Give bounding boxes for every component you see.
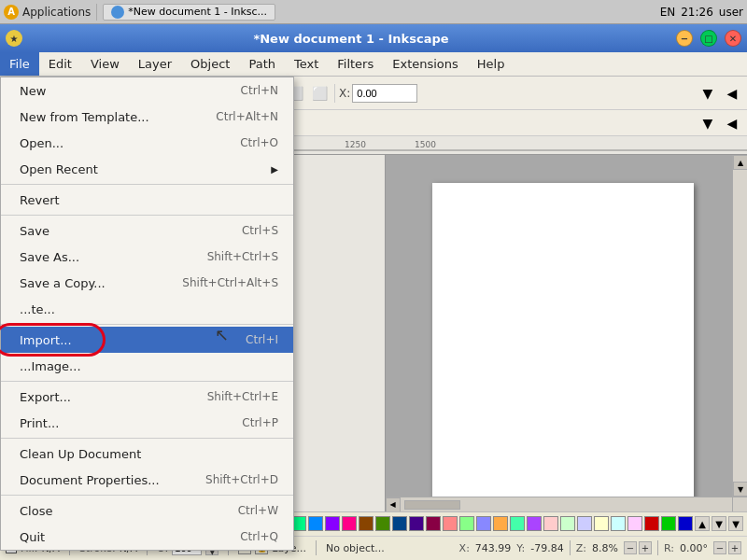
scroll-thumb-h[interactable] bbox=[404, 500, 460, 510]
menu-help[interactable]: Help bbox=[468, 52, 514, 76]
canvas[interactable] bbox=[386, 155, 733, 497]
more-options-btn[interactable]: ▼ bbox=[697, 82, 719, 105]
menu-close[interactable]: Close Ctrl+W bbox=[1, 497, 293, 524]
menu-open-shortcut: Ctrl+O bbox=[240, 136, 278, 149]
menu-text[interactable]: Text bbox=[285, 52, 328, 76]
menu-sep-1 bbox=[1, 184, 293, 185]
scroll-left-button[interactable]: ◀ bbox=[386, 497, 401, 512]
color-rose[interactable] bbox=[342, 516, 357, 531]
toolbar-toggle-btn[interactable]: ◀ bbox=[721, 82, 743, 105]
menu-save-shortcut: Ctrl+S bbox=[242, 224, 278, 237]
taskbar-app-area[interactable]: A Applications bbox=[4, 5, 91, 20]
rotate-ccw[interactable]: − bbox=[713, 541, 726, 554]
color-brown[interactable] bbox=[359, 516, 374, 531]
menu-file[interactable]: File bbox=[0, 52, 39, 76]
menu-export-template[interactable]: ...te... bbox=[1, 296, 293, 322]
color-purple[interactable] bbox=[409, 516, 424, 531]
color-darkred[interactable] bbox=[644, 516, 659, 531]
menu-path[interactable]: Path bbox=[239, 52, 285, 76]
color-seafoam[interactable] bbox=[510, 516, 525, 531]
taskbar-window-button[interactable]: *New document 1 - Inksc... bbox=[103, 4, 275, 21]
color-lightyellow[interactable] bbox=[594, 516, 609, 531]
menu-import-label: Import... bbox=[20, 333, 246, 347]
menu-new-from-template-shortcut: Ctrl+Alt+N bbox=[216, 110, 278, 123]
color-salmon[interactable] bbox=[443, 516, 458, 531]
color-peach[interactable] bbox=[493, 516, 508, 531]
palette-menu[interactable]: ▼ bbox=[728, 516, 743, 531]
menu-new-from-template[interactable]: New from Template... Ctrl+Alt+N bbox=[1, 104, 293, 130]
lang-indicator: EN bbox=[660, 6, 676, 19]
canvas-area-container: ▲ ▼ ◀ bbox=[386, 155, 748, 511]
color-lightblue[interactable] bbox=[577, 516, 592, 531]
menu-new-label: New bbox=[20, 84, 241, 98]
titlebar-icon: ★ bbox=[6, 30, 22, 47]
menu-print-label: Print... bbox=[20, 416, 242, 430]
menu-filters[interactable]: Filters bbox=[328, 52, 383, 76]
object-info: No object... bbox=[326, 542, 385, 554]
menu-revert[interactable]: Revert bbox=[1, 187, 293, 213]
horizontal-scrollbar[interactable]: ◀ bbox=[386, 497, 733, 511]
menu-print[interactable]: Print... Ctrl+P bbox=[1, 410, 293, 436]
window-label: *New document 1 - Inksc... bbox=[128, 6, 267, 18]
color-darkblue[interactable] bbox=[678, 516, 693, 531]
color-periwinkle[interactable] bbox=[476, 516, 491, 531]
color-darkgreen[interactable] bbox=[661, 516, 676, 531]
menu-object[interactable]: Object bbox=[181, 52, 239, 76]
close-button[interactable]: ✕ bbox=[725, 30, 741, 47]
color-lightgreen[interactable] bbox=[560, 516, 575, 531]
palette-scroll-up[interactable]: ▲ bbox=[695, 516, 710, 531]
color-lightcyan[interactable] bbox=[611, 516, 626, 531]
toolbar-separator-3 bbox=[334, 84, 335, 103]
zoom-in-status[interactable]: + bbox=[639, 541, 652, 554]
color-lightpink[interactable] bbox=[627, 516, 642, 531]
color-pink[interactable] bbox=[543, 516, 558, 531]
menu-sep-4 bbox=[1, 381, 293, 382]
info-sep-5 bbox=[570, 540, 571, 555]
zoom-out-status[interactable]: − bbox=[624, 541, 637, 554]
palette-scroll-down[interactable]: ▼ bbox=[712, 516, 726, 531]
x-coord-label: X: bbox=[339, 87, 350, 100]
menu-open-recent[interactable]: Open Recent ▶ bbox=[1, 156, 293, 182]
minimize-button[interactable]: − bbox=[676, 30, 693, 47]
menu-save-copy[interactable]: Save a Copy... Shift+Ctrl+Alt+S bbox=[1, 270, 293, 296]
scroll-up-button[interactable]: ▲ bbox=[733, 155, 747, 170]
menu-new[interactable]: New Ctrl+N bbox=[1, 77, 293, 104]
menu-export[interactable]: Export... Shift+Ctrl+E bbox=[1, 384, 293, 410]
snap-extra-btn[interactable]: ▼ bbox=[697, 112, 719, 134]
info-sep-4 bbox=[316, 540, 317, 555]
zoom-label: Z: bbox=[576, 542, 586, 554]
menu-new-from-template-label: New from Template... bbox=[20, 110, 216, 124]
x-coord-input[interactable] bbox=[352, 84, 417, 103]
menu-quit[interactable]: Quit Ctrl+Q bbox=[1, 524, 293, 550]
menu-doc-props[interactable]: Document Properties... Shift+Ctrl+D bbox=[1, 467, 293, 493]
menu-open[interactable]: Open... Ctrl+O bbox=[1, 130, 293, 156]
color-mint[interactable] bbox=[459, 516, 474, 531]
menu-layer[interactable]: Layer bbox=[129, 52, 181, 76]
menu-extensions[interactable]: Extensions bbox=[383, 52, 468, 76]
menu-save[interactable]: Save Ctrl+S bbox=[1, 217, 293, 244]
scroll-down-button[interactable]: ▼ bbox=[733, 482, 747, 497]
color-olive[interactable] bbox=[375, 516, 390, 531]
maximize-button[interactable]: □ bbox=[700, 30, 717, 47]
color-maroon[interactable] bbox=[426, 516, 441, 531]
user-label: user bbox=[719, 6, 743, 19]
color-azure[interactable] bbox=[308, 516, 323, 531]
color-violet[interactable] bbox=[325, 516, 340, 531]
rotate-label: R: bbox=[664, 542, 674, 554]
menu-import-image[interactable]: ...Image... bbox=[1, 353, 293, 379]
color-navy[interactable] bbox=[392, 516, 407, 531]
color-lavender[interactable] bbox=[527, 516, 542, 531]
menu-save-as[interactable]: Save As... Shift+Ctrl+S bbox=[1, 244, 293, 270]
vertical-scrollbar[interactable]: ▲ ▼ bbox=[732, 155, 747, 497]
menu-cleanup[interactable]: Clean Up Document bbox=[1, 441, 293, 467]
menu-import-shortcut: Ctrl+I bbox=[246, 333, 278, 346]
rotate-cw[interactable]: + bbox=[728, 541, 741, 554]
titlebar: ★ *New document 1 - Inkscape − □ ✕ bbox=[0, 24, 747, 52]
y-label: Y: bbox=[516, 542, 525, 554]
snap-collapse-btn[interactable]: ◀ bbox=[721, 112, 743, 134]
menu-import[interactable]: Import... Ctrl+I bbox=[1, 327, 293, 353]
menu-view[interactable]: View bbox=[81, 52, 129, 76]
menu-edit[interactable]: Edit bbox=[39, 52, 81, 76]
menu-close-label: Close bbox=[20, 504, 238, 518]
align-top-btn[interactable]: ⬜ bbox=[308, 82, 331, 105]
